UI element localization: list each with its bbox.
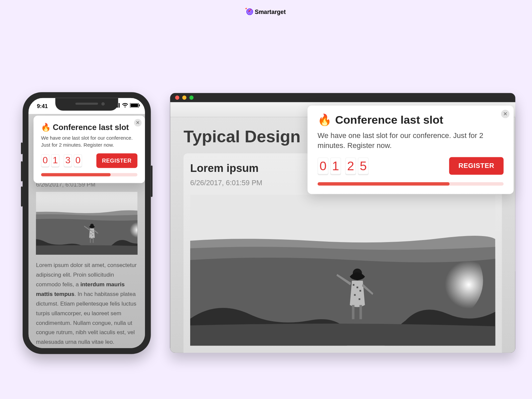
svg-rect-13 — [90, 233, 91, 234]
phone-mockup: 9:41 6/26/2017, 6:01:59 PM — [23, 92, 151, 354]
target-icon — [246, 8, 253, 15]
svg-rect-3 — [119, 103, 120, 108]
svg-rect-11 — [92, 231, 92, 231]
battery-icon — [130, 103, 140, 108]
register-button[interactable]: REGISTER — [449, 157, 504, 175]
digit-second-tens: 3 — [64, 154, 72, 167]
svg-rect-12 — [93, 232, 93, 233]
svg-rect-25 — [352, 305, 354, 319]
page-heading: Typical Design — [184, 127, 301, 146]
window-minimize-icon[interactable] — [182, 95, 187, 100]
window-close-icon[interactable] — [175, 95, 180, 100]
phone-page: 6/26/2017, 6:01:59 PM — [29, 114, 145, 348]
svg-point-18 — [403, 241, 483, 321]
progress-bar — [318, 182, 503, 186]
svg-rect-15 — [90, 238, 91, 243]
svg-rect-10 — [90, 230, 91, 231]
digit-second-tens: 2 — [345, 158, 356, 174]
svg-rect-23 — [354, 294, 356, 296]
countdown-popup: ✕ 🔥 Conference last slot We have one las… — [34, 116, 145, 183]
brand-logo: Smartarget — [246, 8, 286, 15]
countdown-timer: 0 1 3 0 — [41, 154, 82, 167]
article-body: Lorem ipsum dolor sit amet, consectetur … — [36, 261, 137, 347]
svg-rect-24 — [359, 298, 360, 300]
popup-subtitle: We have one last slot for our conference… — [41, 134, 137, 149]
svg-rect-5 — [130, 104, 138, 107]
fire-icon: 🔥 — [318, 113, 332, 126]
svg-rect-26 — [359, 305, 362, 319]
digit-minute-ones: 1 — [330, 158, 341, 174]
fire-icon: 🔥 — [41, 122, 51, 132]
close-icon[interactable]: ✕ — [134, 119, 142, 127]
digit-second-ones: 5 — [358, 158, 369, 174]
digit-minute-ones: 1 — [51, 154, 60, 167]
register-button[interactable]: REGISTER — [96, 153, 137, 168]
digit-second-ones: 0 — [74, 154, 82, 167]
article-image — [36, 192, 137, 255]
window-maximize-icon[interactable] — [190, 95, 194, 100]
window-chrome — [170, 93, 515, 102]
progress-bar — [41, 173, 137, 176]
phone-notch — [55, 98, 118, 111]
popup-subtitle: We have one last slot for our conference… — [318, 131, 503, 151]
close-icon[interactable]: ✕ — [501, 110, 509, 118]
svg-rect-20 — [353, 284, 354, 286]
popup-title: 🔥 Conference last slot — [41, 122, 137, 132]
countdown-popup-desktop: ✕ 🔥 Conference last slot We have one las… — [308, 106, 514, 194]
brand-name: Smartarget — [255, 8, 286, 15]
svg-rect-16 — [93, 238, 94, 243]
wifi-icon — [122, 103, 128, 108]
svg-rect-22 — [359, 290, 361, 292]
countdown-timer: 0 1 2 5 — [318, 158, 369, 174]
svg-rect-14 — [92, 235, 93, 235]
popup-title: 🔥 Conference last slot — [318, 113, 503, 126]
digit-minute-tens: 0 — [41, 154, 49, 167]
digit-minute-tens: 0 — [318, 158, 329, 174]
card-image — [190, 195, 495, 346]
svg-rect-6 — [139, 104, 140, 106]
svg-rect-21 — [356, 287, 358, 288]
status-time: 9:41 — [37, 103, 48, 109]
